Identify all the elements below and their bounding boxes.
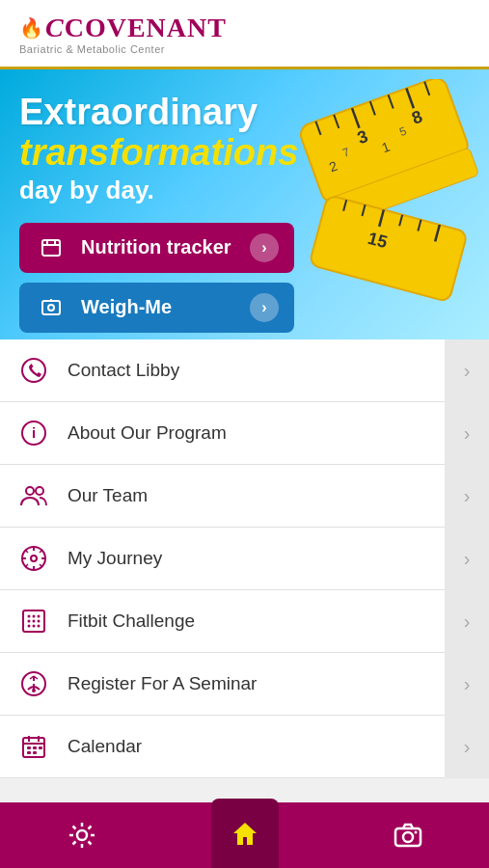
menu-item-seminar[interactable]: Register For A Seminar › bbox=[0, 653, 489, 716]
header: 🔥 CCOVENANT Bariatric & Metabolic Center bbox=[0, 0, 489, 69]
menu-item-fitbit[interactable]: Fitbit Challenge › bbox=[0, 590, 489, 653]
svg-point-50 bbox=[33, 620, 36, 623]
svg-rect-62 bbox=[27, 746, 31, 749]
svg-point-77 bbox=[403, 832, 413, 842]
svg-point-67 bbox=[77, 830, 87, 840]
team-chevron: › bbox=[445, 465, 489, 528]
svg-line-41 bbox=[25, 550, 28, 553]
flame-icon: 🔥 bbox=[19, 16, 43, 40]
team-label: Our Team bbox=[68, 485, 445, 506]
nav-home[interactable] bbox=[211, 799, 279, 868]
nav-camera[interactable] bbox=[374, 802, 442, 868]
svg-rect-63 bbox=[33, 746, 37, 749]
svg-line-42 bbox=[40, 564, 42, 567]
svg-line-75 bbox=[72, 842, 75, 845]
menu-list: Contact Libby › i About Our Program › Ou… bbox=[0, 339, 489, 778]
nutrition-tracker-button[interactable]: Nutrition tracker › bbox=[19, 223, 294, 273]
contact-icon bbox=[15, 352, 52, 389]
team-icon bbox=[15, 477, 52, 514]
hero-line2: transformations bbox=[19, 133, 470, 174]
hero-line1: Extraordinary bbox=[19, 93, 470, 133]
svg-rect-65 bbox=[33, 751, 37, 754]
svg-rect-66 bbox=[39, 746, 42, 749]
menu-item-team[interactable]: Our Team › bbox=[0, 465, 489, 528]
svg-point-51 bbox=[38, 620, 41, 623]
weigh-me-label: Weigh-Me bbox=[81, 296, 250, 318]
nutrition-icon bbox=[35, 231, 68, 264]
calendar-chevron: › bbox=[445, 716, 489, 778]
svg-point-34 bbox=[36, 487, 43, 495]
svg-rect-27 bbox=[42, 301, 60, 314]
svg-line-44 bbox=[25, 564, 28, 567]
menu-item-contact[interactable]: Contact Libby › bbox=[0, 339, 489, 402]
contact-label: Contact Libby bbox=[68, 360, 445, 381]
hero-line3: day by day. bbox=[19, 176, 470, 205]
calendar-icon bbox=[15, 728, 52, 765]
about-label: About Our Program bbox=[68, 422, 445, 444]
nutrition-arrow-icon: › bbox=[250, 233, 279, 262]
svg-point-33 bbox=[26, 487, 34, 495]
logo-subtitle: Bariatric & Metabolic Center bbox=[19, 43, 227, 55]
journey-chevron: › bbox=[445, 528, 489, 590]
about-icon: i bbox=[15, 415, 52, 451]
action-buttons: Nutrition tracker › Weigh-Me › bbox=[19, 223, 470, 333]
svg-point-47 bbox=[33, 615, 36, 618]
menu-item-about[interactable]: i About Our Program › bbox=[0, 402, 489, 465]
svg-text:i: i bbox=[32, 424, 36, 441]
journey-label: My Journey bbox=[68, 548, 445, 569]
bottom-nav bbox=[0, 802, 489, 868]
nutrition-tracker-label: Nutrition tracker bbox=[81, 236, 250, 258]
logo-area: 🔥 CCOVENANT Bariatric & Metabolic Center bbox=[19, 13, 227, 55]
svg-point-52 bbox=[28, 625, 31, 628]
hero-banner: 3 8 2 7 1 5 15 Extraordinary transformat… bbox=[0, 69, 489, 339]
svg-line-74 bbox=[88, 827, 91, 829]
svg-point-29 bbox=[48, 305, 54, 311]
seminar-chevron: › bbox=[445, 653, 489, 716]
svg-point-48 bbox=[38, 615, 41, 618]
svg-rect-23 bbox=[42, 240, 60, 256]
contact-chevron: › bbox=[445, 339, 489, 402]
svg-point-36 bbox=[31, 556, 37, 561]
svg-point-30 bbox=[22, 359, 45, 382]
weigh-icon bbox=[35, 291, 68, 324]
svg-point-57 bbox=[32, 689, 36, 692]
about-chevron: › bbox=[445, 402, 489, 465]
calendar-label: Calendar bbox=[68, 736, 445, 757]
fitbit-icon bbox=[15, 603, 52, 639]
svg-point-78 bbox=[414, 831, 417, 834]
fitbit-label: Fitbit Challenge bbox=[68, 610, 445, 632]
menu-item-journey[interactable]: My Journey › bbox=[0, 528, 489, 590]
svg-rect-76 bbox=[395, 828, 421, 846]
seminar-label: Register For A Seminar bbox=[68, 673, 445, 694]
svg-point-53 bbox=[33, 625, 36, 628]
fitbit-chevron: › bbox=[445, 590, 489, 653]
nav-settings[interactable] bbox=[48, 802, 116, 868]
svg-line-43 bbox=[40, 550, 42, 553]
svg-rect-64 bbox=[27, 751, 31, 754]
svg-line-73 bbox=[88, 842, 91, 845]
svg-point-49 bbox=[28, 620, 31, 623]
logo-title: CCOVENANT bbox=[45, 13, 227, 43]
seminar-icon bbox=[15, 665, 52, 702]
journey-icon bbox=[15, 540, 52, 577]
svg-line-72 bbox=[72, 827, 75, 829]
hero-text: Extraordinary transformations day by day… bbox=[19, 93, 470, 205]
svg-point-46 bbox=[28, 615, 31, 618]
weigh-arrow-icon: › bbox=[250, 293, 279, 322]
weigh-me-button[interactable]: Weigh-Me › bbox=[19, 283, 294, 333]
svg-point-54 bbox=[38, 625, 41, 628]
menu-item-calendar[interactable]: Calendar › bbox=[0, 716, 489, 778]
